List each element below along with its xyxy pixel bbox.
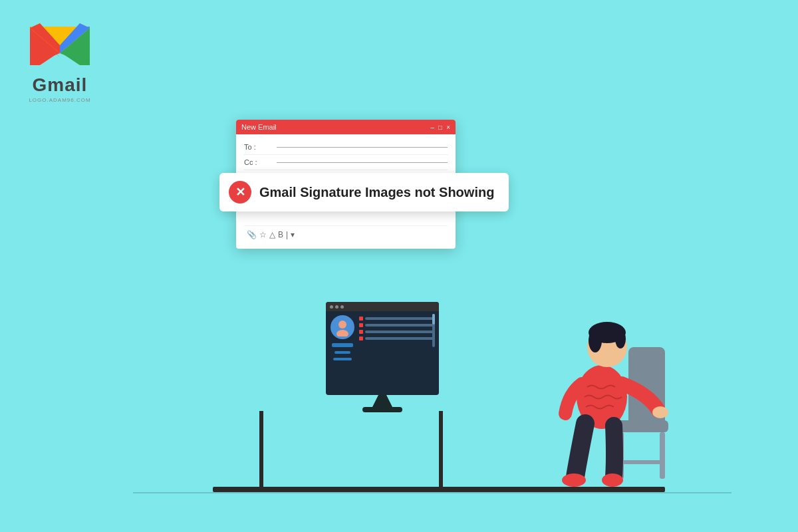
desk-leg-right <box>439 411 443 491</box>
email-titlebar: New Email – □ × <box>236 120 456 134</box>
monitor-list-dot-1 <box>359 317 363 321</box>
email-window-title: New Email <box>241 123 277 131</box>
monitor-blue-bar-3 <box>333 358 352 360</box>
monitor-avatar-section <box>330 315 355 391</box>
svg-point-8 <box>338 321 346 329</box>
monitor-list-item-4 <box>359 336 435 340</box>
monitor-list-section <box>359 315 435 391</box>
cc-field-row: Cc : <box>244 155 448 170</box>
bold-icon[interactable]: B <box>278 230 283 239</box>
monitor-screen <box>326 302 439 395</box>
monitor-dot-1 <box>330 305 333 309</box>
person-illustration <box>535 281 682 493</box>
monitor-content <box>326 311 439 395</box>
monitor-list-dot-2 <box>359 323 363 327</box>
monitor-blue-bar-1 <box>332 343 353 347</box>
error-badge: ✕ Gmail Signature Images not Showing <box>219 173 509 211</box>
monitor-dot-3 <box>340 305 344 309</box>
to-field-row: To : <box>244 140 448 155</box>
monitor-list-line-1 <box>365 317 435 320</box>
svg-point-9 <box>336 330 348 336</box>
to-input-line[interactable] <box>277 147 448 148</box>
cc-label: Cc : <box>244 158 274 166</box>
svg-point-21 <box>562 473 586 487</box>
monitor-dot-2 <box>335 305 338 309</box>
error-message-text: Gmail Signature Images not Showing <box>259 185 494 200</box>
star-icon[interactable]: ☆ <box>259 230 267 239</box>
gmail-logo: Gmail LOGO.ADAM96.COM <box>27 20 93 103</box>
gmail-brand-text: Gmail <box>33 74 88 96</box>
monitor-base <box>362 407 402 412</box>
monitor-container <box>326 302 439 412</box>
svg-point-19 <box>615 330 626 348</box>
gmail-m-svg <box>27 20 93 73</box>
monitor-titlebar <box>326 302 439 311</box>
maximize-icon[interactable]: □ <box>438 124 442 131</box>
svg-point-22 <box>602 473 623 487</box>
error-x-icon: ✕ <box>235 186 245 198</box>
monitor-list-item-2 <box>359 323 435 327</box>
window-controls: – □ × <box>431 124 450 131</box>
svg-point-20 <box>652 406 668 418</box>
monitor-blue-bar-2 <box>334 351 350 354</box>
svg-rect-13 <box>660 432 665 479</box>
monitor-list-dot-3 <box>359 330 363 334</box>
minimize-icon[interactable]: – <box>431 124 435 131</box>
to-label: To : <box>244 143 274 151</box>
monitor-list-line-2 <box>365 324 435 327</box>
divider-icon: | <box>286 230 288 239</box>
svg-rect-14 <box>622 460 665 464</box>
desk-leg-left <box>259 411 263 491</box>
svg-point-18 <box>589 329 602 352</box>
monitor-list-line-4 <box>365 337 435 340</box>
avatar-svg <box>333 318 352 336</box>
monitor-list-dot-4 <box>359 336 363 340</box>
more-icon[interactable]: ▾ <box>291 230 295 239</box>
monitor-scrollbar-thumb <box>432 314 435 325</box>
monitor-avatar <box>331 315 354 339</box>
email-toolbar: 📎 ☆ △ B | ▾ <box>244 225 448 243</box>
triangle-icon[interactable]: △ <box>269 230 275 239</box>
monitor-list-line-3 <box>365 331 435 333</box>
monitor-list-item-1 <box>359 317 435 321</box>
gmail-subtext: LOGO.ADAM96.COM <box>29 97 90 103</box>
svg-rect-11 <box>615 420 668 432</box>
cc-input-line[interactable] <box>277 162 448 163</box>
close-icon[interactable]: × <box>446 124 450 131</box>
attachment-icon[interactable]: 📎 <box>247 230 257 239</box>
monitor-stand <box>372 395 392 407</box>
monitor-list-item-3 <box>359 330 435 334</box>
error-circle-icon: ✕ <box>229 181 251 203</box>
